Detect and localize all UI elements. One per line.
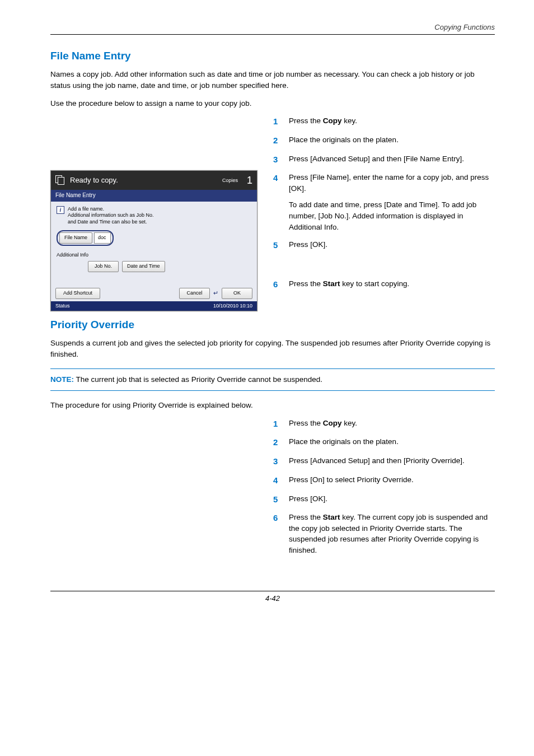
step-num: 4	[273, 172, 282, 232]
panel-status-bar: Status 10/10/2010 10:10	[51, 301, 257, 311]
po-left-empty	[50, 418, 257, 563]
po-steps: 1 Press the Copy key. 2 Place the origin…	[273, 418, 495, 563]
info-text: Add a file name. Additional information …	[68, 206, 154, 226]
panel-bottom-bar: Add Shortcut Cancel ↵ OK	[51, 286, 257, 301]
step-text: Press the Copy key.	[289, 418, 495, 430]
status-label: Status	[55, 302, 70, 310]
note-text: The current job that is selected as Prio…	[74, 375, 322, 384]
panel-body: i Add a file name. Additional informatio…	[51, 202, 257, 286]
step-num: 1	[273, 115, 282, 128]
step-num: 5	[273, 493, 282, 506]
fne-intro-2: Use the procedure below to assign a name…	[50, 98, 495, 109]
step-text: Place the originals on the platen.	[289, 436, 495, 449]
step-num: 4	[273, 474, 282, 487]
step-num: 3	[273, 153, 282, 166]
device-panel-container: Ready to copy. Copies 1 File Name Entry …	[50, 115, 257, 311]
step-text: Press [Advanced Setup] and then [File Na…	[289, 153, 495, 166]
po-intro: Suspends a current job and gives the sel…	[50, 338, 495, 360]
status-timestamp: 10/10/2010 10:10	[213, 302, 252, 310]
info-line2: Additional information such as Job No.	[68, 212, 154, 218]
step-num: 5	[273, 239, 282, 251]
step-text: Press [On] to select Priority Override.	[289, 474, 495, 487]
add-shortcut-button[interactable]: Add Shortcut	[55, 288, 100, 299]
info-icon: i	[57, 206, 64, 214]
panel-subhead: File Name Entry	[51, 190, 257, 202]
section-title-priority: Priority Override	[50, 317, 495, 333]
panel-ready-text: Ready to copy.	[70, 175, 218, 186]
step-text: Place the originals on the platen.	[289, 134, 495, 147]
ok-button[interactable]: OK	[222, 288, 252, 299]
step-text: Press [OK].	[289, 239, 495, 251]
step-num: 2	[273, 134, 282, 147]
step-num: 2	[273, 436, 282, 449]
step-num: 6	[273, 512, 282, 556]
fne-intro-1: Names a copy job. Add other information …	[50, 69, 495, 91]
info-line3: and Date and Time can also be set.	[68, 219, 147, 225]
fne-steps: 1 Press the Copy key. 2 Place the origin…	[273, 115, 495, 311]
copies-count: 1	[242, 173, 252, 188]
job-no-button[interactable]: Job No.	[88, 261, 119, 272]
enter-icon: ↵	[213, 289, 218, 298]
device-panel: Ready to copy. Copies 1 File Name Entry …	[50, 170, 257, 311]
step-num: 1	[273, 418, 282, 430]
copy-icon	[55, 175, 65, 185]
po-intro2: The procedure for using Priority Overrid…	[50, 400, 495, 411]
page-footer: 4-42	[50, 591, 495, 604]
additional-info-label: Additional Info	[57, 251, 251, 259]
info-line1: Add a file name.	[68, 206, 104, 212]
step-text: Press [File Name], enter the name for a …	[289, 172, 495, 232]
step-text: Press the Copy key.	[289, 115, 495, 128]
panel-titlebar: Ready to copy. Copies 1	[51, 171, 257, 190]
note-block: NOTE: The current job that is selected a…	[50, 368, 495, 391]
step-text: Press [Advanced Setup] and then [Priorit…	[289, 455, 495, 468]
note-label: NOTE:	[50, 375, 74, 384]
step-text: Press the Start key. The current copy jo…	[289, 512, 495, 556]
page-header: Copying Functions	[50, 22, 495, 35]
step-num: 3	[273, 455, 282, 468]
step-num: 6	[273, 278, 282, 291]
doc-label-box: doc	[94, 232, 111, 244]
cancel-button[interactable]: Cancel	[179, 288, 210, 299]
filename-highlight: File Name doc	[57, 230, 114, 246]
step-text: Press [OK].	[289, 493, 495, 506]
section-title-file-name: File Name Entry	[50, 48, 495, 64]
date-time-button[interactable]: Date and Time	[122, 261, 165, 272]
file-name-button[interactable]: File Name	[59, 232, 92, 244]
step-text: Press the Start key to start copying.	[289, 278, 495, 291]
step-subtext: To add date and time, press [Date and Ti…	[289, 199, 495, 232]
copies-label: Copies	[222, 177, 238, 184]
